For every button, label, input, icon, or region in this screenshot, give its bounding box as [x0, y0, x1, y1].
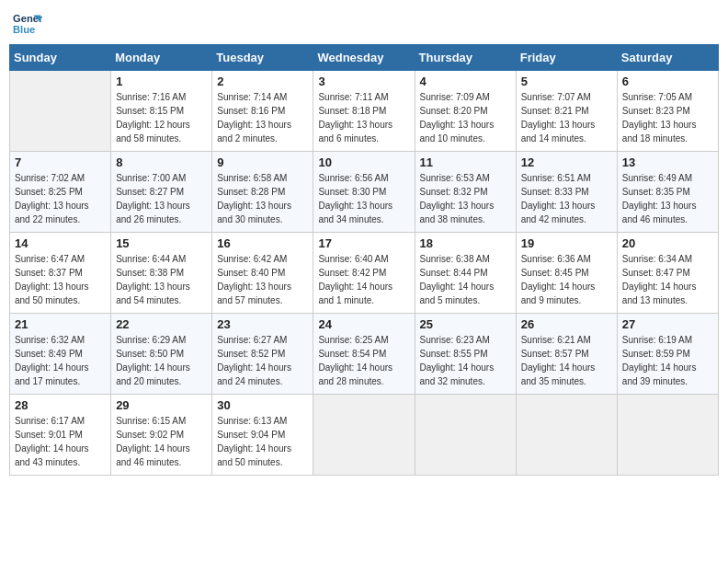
- calendar-cell: 27Sunrise: 6:19 AM Sunset: 8:59 PM Dayli…: [617, 314, 718, 395]
- calendar-cell: 13Sunrise: 6:49 AM Sunset: 8:35 PM Dayli…: [617, 152, 718, 233]
- day-info: Sunrise: 7:05 AM Sunset: 8:23 PM Dayligh…: [622, 90, 713, 145]
- calendar-cell: 30Sunrise: 6:13 AM Sunset: 9:04 PM Dayli…: [212, 395, 313, 476]
- day-info: Sunrise: 6:32 AM Sunset: 8:49 PM Dayligh…: [15, 333, 106, 388]
- day-number: 10: [318, 155, 409, 169]
- day-info: Sunrise: 7:02 AM Sunset: 8:25 PM Dayligh…: [15, 171, 106, 226]
- day-number: 5: [521, 75, 612, 88]
- calendar-table: SundayMondayTuesdayWednesdayThursdayFrid…: [9, 44, 719, 476]
- day-number: 20: [622, 236, 713, 250]
- day-number: 30: [217, 398, 308, 412]
- day-number: 16: [217, 236, 308, 250]
- weekday-header-saturday: Saturday: [617, 45, 718, 71]
- calendar-cell: 11Sunrise: 6:53 AM Sunset: 8:32 PM Dayli…: [415, 152, 516, 233]
- day-number: 12: [521, 155, 612, 169]
- day-number: 24: [318, 317, 409, 331]
- day-info: Sunrise: 6:36 AM Sunset: 8:45 PM Dayligh…: [521, 252, 612, 307]
- day-info: Sunrise: 6:51 AM Sunset: 8:33 PM Dayligh…: [521, 171, 612, 226]
- day-number: 15: [116, 236, 207, 250]
- day-number: 7: [15, 155, 106, 169]
- day-info: Sunrise: 6:56 AM Sunset: 8:30 PM Dayligh…: [318, 171, 409, 226]
- calendar-cell: 4Sunrise: 7:09 AM Sunset: 8:20 PM Daylig…: [415, 71, 516, 152]
- day-number: 21: [15, 317, 106, 331]
- day-number: 29: [116, 398, 207, 412]
- day-number: 18: [420, 236, 511, 250]
- day-number: 23: [217, 317, 308, 331]
- day-info: Sunrise: 6:44 AM Sunset: 8:38 PM Dayligh…: [116, 252, 207, 307]
- day-info: Sunrise: 6:25 AM Sunset: 8:54 PM Dayligh…: [318, 333, 409, 388]
- day-info: Sunrise: 6:53 AM Sunset: 8:32 PM Dayligh…: [420, 171, 511, 226]
- day-number: 2: [217, 75, 308, 88]
- day-info: Sunrise: 6:27 AM Sunset: 8:52 PM Dayligh…: [217, 333, 308, 388]
- page-header: General Blue: [9, 9, 719, 39]
- day-info: Sunrise: 7:09 AM Sunset: 8:20 PM Dayligh…: [420, 90, 511, 145]
- day-info: Sunrise: 6:21 AM Sunset: 8:57 PM Dayligh…: [521, 333, 612, 388]
- day-number: 14: [15, 236, 106, 250]
- weekday-header-tuesday: Tuesday: [212, 45, 313, 71]
- calendar-cell: [516, 395, 617, 476]
- day-number: 8: [116, 155, 207, 169]
- calendar-cell: 20Sunrise: 6:34 AM Sunset: 8:47 PM Dayli…: [617, 233, 718, 314]
- day-info: Sunrise: 7:16 AM Sunset: 8:15 PM Dayligh…: [116, 90, 207, 145]
- calendar-cell: 25Sunrise: 6:23 AM Sunset: 8:55 PM Dayli…: [415, 314, 516, 395]
- day-info: Sunrise: 6:58 AM Sunset: 8:28 PM Dayligh…: [217, 171, 308, 226]
- calendar-cell: 16Sunrise: 6:42 AM Sunset: 8:40 PM Dayli…: [212, 233, 313, 314]
- weekday-header-monday: Monday: [111, 45, 212, 71]
- calendar-cell: 1Sunrise: 7:16 AM Sunset: 8:15 PM Daylig…: [111, 71, 212, 152]
- day-number: 4: [420, 75, 511, 88]
- day-info: Sunrise: 6:29 AM Sunset: 8:50 PM Dayligh…: [116, 333, 207, 388]
- day-info: Sunrise: 6:42 AM Sunset: 8:40 PM Dayligh…: [217, 252, 308, 307]
- calendar-cell: 22Sunrise: 6:29 AM Sunset: 8:50 PM Dayli…: [111, 314, 212, 395]
- day-info: Sunrise: 7:07 AM Sunset: 8:21 PM Dayligh…: [521, 90, 612, 145]
- calendar-cell: 2Sunrise: 7:14 AM Sunset: 8:16 PM Daylig…: [212, 71, 313, 152]
- calendar-cell: 12Sunrise: 6:51 AM Sunset: 8:33 PM Dayli…: [516, 152, 617, 233]
- day-info: Sunrise: 7:00 AM Sunset: 8:27 PM Dayligh…: [116, 171, 207, 226]
- calendar-cell: [313, 395, 415, 476]
- day-info: Sunrise: 6:47 AM Sunset: 8:37 PM Dayligh…: [15, 252, 106, 307]
- day-number: 26: [521, 317, 612, 331]
- logo: General Blue: [13, 9, 42, 39]
- calendar-cell: [10, 71, 111, 152]
- calendar-cell: 19Sunrise: 6:36 AM Sunset: 8:45 PM Dayli…: [516, 233, 617, 314]
- day-info: Sunrise: 6:40 AM Sunset: 8:42 PM Dayligh…: [318, 252, 409, 307]
- day-info: Sunrise: 6:23 AM Sunset: 8:55 PM Dayligh…: [420, 333, 511, 388]
- calendar-cell: 15Sunrise: 6:44 AM Sunset: 8:38 PM Dayli…: [111, 233, 212, 314]
- day-info: Sunrise: 6:17 AM Sunset: 9:01 PM Dayligh…: [15, 414, 106, 469]
- calendar-cell: 28Sunrise: 6:17 AM Sunset: 9:01 PM Dayli…: [10, 395, 111, 476]
- calendar-cell: 10Sunrise: 6:56 AM Sunset: 8:30 PM Dayli…: [313, 152, 415, 233]
- calendar-cell: [617, 395, 718, 476]
- day-number: 17: [318, 236, 409, 250]
- calendar-cell: 7Sunrise: 7:02 AM Sunset: 8:25 PM Daylig…: [10, 152, 111, 233]
- day-number: 28: [15, 398, 106, 412]
- calendar-cell: [415, 395, 516, 476]
- weekday-header-thursday: Thursday: [415, 45, 516, 71]
- calendar-cell: 24Sunrise: 6:25 AM Sunset: 8:54 PM Dayli…: [313, 314, 415, 395]
- day-number: 22: [116, 317, 207, 331]
- calendar-cell: 3Sunrise: 7:11 AM Sunset: 8:18 PM Daylig…: [313, 71, 415, 152]
- calendar-cell: 9Sunrise: 6:58 AM Sunset: 8:28 PM Daylig…: [212, 152, 313, 233]
- calendar-cell: 17Sunrise: 6:40 AM Sunset: 8:42 PM Dayli…: [313, 233, 415, 314]
- day-number: 19: [521, 236, 612, 250]
- day-info: Sunrise: 6:49 AM Sunset: 8:35 PM Dayligh…: [622, 171, 713, 226]
- weekday-header-sunday: Sunday: [10, 45, 111, 71]
- day-number: 25: [420, 317, 511, 331]
- day-info: Sunrise: 6:38 AM Sunset: 8:44 PM Dayligh…: [420, 252, 511, 307]
- calendar-cell: 21Sunrise: 6:32 AM Sunset: 8:49 PM Dayli…: [10, 314, 111, 395]
- day-number: 9: [217, 155, 308, 169]
- day-info: Sunrise: 7:11 AM Sunset: 8:18 PM Dayligh…: [318, 90, 409, 145]
- day-number: 1: [116, 75, 207, 88]
- calendar-cell: 18Sunrise: 6:38 AM Sunset: 8:44 PM Dayli…: [415, 233, 516, 314]
- day-number: 27: [622, 317, 713, 331]
- weekday-header-wednesday: Wednesday: [313, 45, 415, 71]
- calendar-cell: 26Sunrise: 6:21 AM Sunset: 8:57 PM Dayli…: [516, 314, 617, 395]
- day-number: 13: [622, 155, 713, 169]
- day-info: Sunrise: 6:19 AM Sunset: 8:59 PM Dayligh…: [622, 333, 713, 388]
- weekday-header-friday: Friday: [516, 45, 617, 71]
- calendar-cell: 5Sunrise: 7:07 AM Sunset: 8:21 PM Daylig…: [516, 71, 617, 152]
- calendar-cell: 6Sunrise: 7:05 AM Sunset: 8:23 PM Daylig…: [617, 71, 718, 152]
- day-number: 3: [318, 75, 409, 88]
- day-number: 11: [420, 155, 511, 169]
- calendar-cell: 8Sunrise: 7:00 AM Sunset: 8:27 PM Daylig…: [111, 152, 212, 233]
- calendar-cell: 29Sunrise: 6:15 AM Sunset: 9:02 PM Dayli…: [111, 395, 212, 476]
- day-info: Sunrise: 6:13 AM Sunset: 9:04 PM Dayligh…: [217, 414, 308, 469]
- calendar-cell: 23Sunrise: 6:27 AM Sunset: 8:52 PM Dayli…: [212, 314, 313, 395]
